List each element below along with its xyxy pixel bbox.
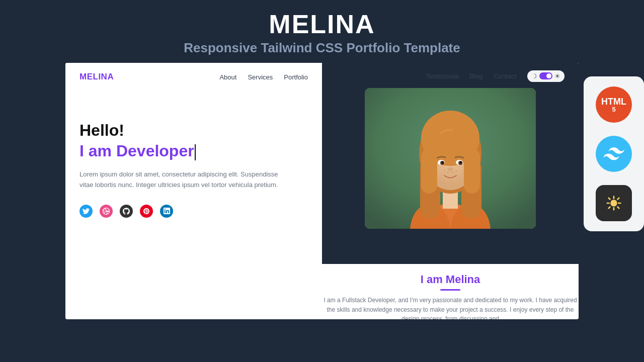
preview-container: MELINA About Services Portfolio Hello! I…	[65, 63, 579, 319]
tailwind-card[interactable]	[594, 134, 634, 174]
dark-mode-card[interactable]	[594, 183, 634, 223]
about-prefix: I am	[421, 273, 446, 286]
nav-link-contact[interactable]: Contact	[494, 72, 516, 80]
html5-icon: HTML 5	[596, 86, 632, 123]
svg-line-30	[618, 198, 619, 200]
svg-rect-10	[421, 148, 437, 194]
preview-logo[interactable]: MELINA	[79, 72, 114, 82]
nav-link-blog[interactable]: Blog	[469, 72, 482, 80]
nav-link-testimonial[interactable]: Testimonial	[426, 72, 458, 80]
preview-nav-links: About Services Portfolio	[219, 73, 308, 81]
svg-point-16	[442, 161, 444, 163]
svg-point-19	[444, 170, 445, 172]
svg-rect-4	[443, 191, 458, 209]
svg-point-22	[456, 170, 457, 172]
hero-description: Lorem ipsum dolor sit amet, consectetur …	[79, 169, 281, 191]
svg-point-17	[460, 161, 462, 163]
profile-svg	[365, 88, 536, 229]
nav-item-portfolio[interactable]: Portfolio	[284, 73, 308, 81]
svg-line-31	[609, 207, 610, 209]
tailwind-svg	[603, 146, 624, 161]
svg-point-23	[610, 200, 617, 206]
nav-link-portfolio[interactable]: Portfolio	[284, 73, 308, 81]
html5-card[interactable]: HTML 5	[594, 84, 634, 125]
svg-line-29	[618, 207, 619, 209]
pinterest-icon[interactable]	[140, 205, 153, 218]
svg-line-28	[609, 198, 610, 200]
right-panel: Testimonial Blog Contact ☽ ☀	[322, 63, 579, 319]
about-name: Melina	[446, 273, 480, 286]
nav-link-about[interactable]: About	[219, 73, 236, 81]
profile-image	[365, 88, 536, 229]
svg-point-20	[447, 172, 449, 173]
svg-point-18	[447, 167, 453, 171]
hero-role-prefix: I am	[79, 142, 116, 160]
nav-item-services[interactable]: Services	[248, 73, 273, 81]
tailwind-icon	[596, 136, 632, 172]
svg-point-21	[452, 172, 454, 173]
html-badge-text: HTML	[601, 97, 626, 106]
sun-icon: ☀	[554, 72, 560, 80]
hero-greeting: Hello!	[79, 121, 308, 140]
left-panel: MELINA About Services Portfolio Hello! I…	[65, 63, 322, 319]
dribbble-icon[interactable]	[100, 205, 113, 218]
hero-role-highlight: Developer	[116, 142, 194, 160]
profile-image-container	[365, 88, 536, 229]
dark-mode-toggle[interactable]: ☽ ☀	[527, 70, 565, 82]
hero-role: I am Developer	[79, 142, 308, 160]
right-nav-area: Testimonial Blog Contact ☽ ☀	[426, 63, 565, 89]
linkedin-icon[interactable]	[160, 205, 173, 218]
svg-rect-11	[464, 148, 480, 194]
about-title: I am Melina	[322, 273, 579, 286]
twitter-icon[interactable]	[79, 205, 93, 218]
about-section: I am Melina I am a Fullstack Developer, …	[322, 264, 579, 319]
dark-mode-icon	[596, 185, 632, 221]
preview-navbar: MELINA About Services Portfolio	[65, 63, 322, 91]
github-icon[interactable]	[120, 205, 133, 218]
hero-section: Hello! I am Developer Lorem ipsum dolor …	[65, 91, 322, 233]
toggle-switch[interactable]	[539, 72, 552, 79]
page-subtitle: Responsive Tailwind CSS Portfolio Templa…	[0, 40, 644, 56]
right-sidebar: HTML 5	[584, 76, 644, 231]
moon-icon: ☽	[531, 72, 537, 80]
nav-item-about[interactable]: About	[219, 73, 236, 81]
page-title: MELINA	[0, 9, 644, 39]
about-underline	[440, 289, 460, 291]
sun-moon-svg	[606, 195, 622, 211]
html-num-text: 5	[612, 106, 615, 113]
cursor	[195, 144, 196, 160]
page-header: MELINA Responsive Tailwind CSS Portfolio…	[0, 0, 644, 63]
social-icons	[79, 205, 308, 218]
nav-link-services[interactable]: Services	[248, 73, 273, 81]
about-text: I am a Fullstack Developer, and I'm very…	[322, 296, 579, 319]
